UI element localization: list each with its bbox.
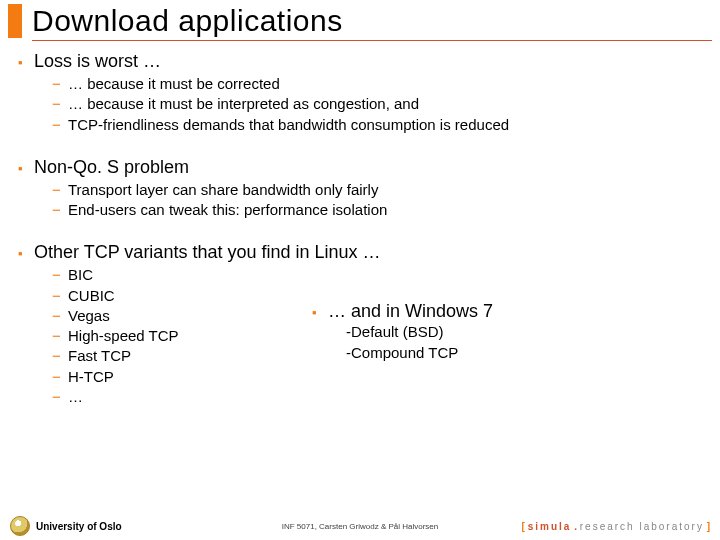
- dash-icon: −: [52, 115, 68, 135]
- list-item: -Compound TCP: [346, 343, 493, 363]
- bracket-close-icon: ]: [704, 521, 710, 532]
- dash-icon: −: [52, 265, 68, 285]
- windows-head: ▪ … and in Windows 7: [312, 301, 493, 322]
- dash-icon: −: [52, 200, 68, 220]
- section-head: ▪ Non-Qo. S problem: [18, 157, 706, 178]
- slide-title: Download applications: [32, 4, 343, 38]
- square-bullet-icon: ▪: [18, 161, 34, 176]
- footer-left: University of Oslo: [10, 516, 122, 536]
- list-item: −High-speed TCP: [52, 326, 312, 346]
- title-accent-bar: [8, 4, 22, 38]
- dash-icon: −: [52, 326, 68, 346]
- slide-footer: University of Oslo INF 5071, Carsten Gri…: [0, 512, 720, 540]
- dash-icon: −: [52, 180, 68, 200]
- dash-icon: −: [52, 286, 68, 306]
- simula-text: simula: [528, 521, 572, 532]
- slide-title-row: Download applications: [0, 0, 720, 38]
- windows-head-text: … and in Windows 7: [328, 301, 493, 322]
- square-bullet-icon: ▪: [312, 305, 328, 320]
- footer-course-info: INF 5071, Carsten Griwodz & Pål Halvorse…: [282, 522, 439, 531]
- university-seal-icon: [10, 516, 30, 536]
- list-item: −End-users can tweak this: performance i…: [52, 200, 706, 220]
- windows-block: ▪ … and in Windows 7 -Default (BSD) -Com…: [312, 265, 493, 407]
- list-item: −TCP-friendliness demands that bandwidth…: [52, 115, 706, 135]
- linux-list: −BIC −CUBIC −Vegas −High-speed TCP −Fast…: [18, 265, 312, 407]
- section-head-text: Non-Qo. S problem: [34, 157, 189, 178]
- section-head-text: Other TCP variants that you find in Linu…: [34, 242, 381, 263]
- list-item: −… because it must be interpreted as con…: [52, 94, 706, 114]
- section-linux: ▪ Other TCP variants that you find in Li…: [18, 242, 706, 407]
- list-item: −Fast TCP: [52, 346, 312, 366]
- section-head-text: Loss is worst …: [34, 51, 161, 72]
- list-item: −Vegas: [52, 306, 312, 326]
- list-item: −… because it must be corrected: [52, 74, 706, 94]
- footer-lab: [ simula . research laboratory ]: [522, 521, 710, 532]
- dash-icon: −: [52, 367, 68, 387]
- dash-icon: −: [52, 346, 68, 366]
- section-nonqos: ▪ Non-Qo. S problem −Transport layer can…: [18, 157, 706, 221]
- university-name: University of Oslo: [36, 521, 122, 532]
- list-item: −CUBIC: [52, 286, 312, 306]
- slide-body: ▪ Loss is worst … −… because it must be …: [0, 41, 720, 407]
- dash-icon: −: [52, 74, 68, 94]
- list-item: −BIC: [52, 265, 312, 285]
- research-lab-text: research laboratory: [580, 521, 704, 532]
- square-bullet-icon: ▪: [18, 246, 34, 261]
- dash-icon: −: [52, 94, 68, 114]
- list-item: -Default (BSD): [346, 322, 493, 342]
- square-bullet-icon: ▪: [18, 55, 34, 70]
- section-loss: ▪ Loss is worst … −… because it must be …: [18, 51, 706, 135]
- list-item: −…: [52, 387, 312, 407]
- section-head: ▪ Loss is worst …: [18, 51, 706, 72]
- section-head: ▪ Other TCP variants that you find in Li…: [18, 242, 706, 263]
- dot-icon: .: [571, 521, 579, 532]
- list-item: −H-TCP: [52, 367, 312, 387]
- dash-icon: −: [52, 387, 68, 407]
- dash-icon: −: [52, 306, 68, 326]
- list-item: −Transport layer can share bandwidth onl…: [52, 180, 706, 200]
